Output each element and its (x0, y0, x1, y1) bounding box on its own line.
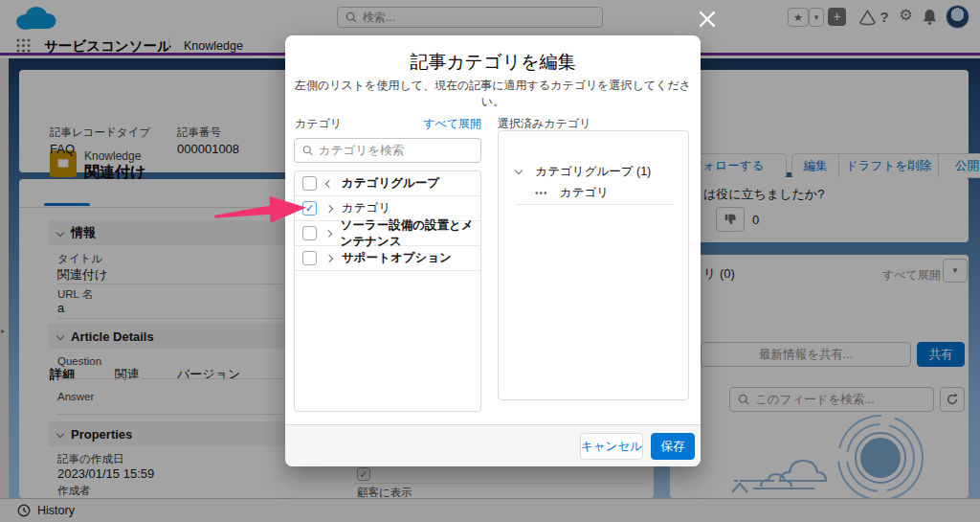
checkbox-unchecked[interactable] (302, 226, 317, 240)
modal-close-button[interactable] (696, 8, 719, 31)
category-row-label: サポートオプション (342, 250, 452, 266)
checkbox-unchecked[interactable] (302, 251, 317, 265)
tree-child-node[interactable]: ••• カテゴリ (535, 183, 609, 201)
expand-all-link[interactable]: すべて展開 (294, 116, 481, 132)
cancel-button[interactable]: キャンセル (580, 433, 643, 460)
chevron-left-icon[interactable] (325, 179, 333, 187)
category-row-solar[interactable]: ソーラー設備の設置とメンテナンス (295, 221, 480, 246)
category-row-group[interactable]: カテゴリグループ (295, 171, 480, 196)
category-search[interactable] (294, 138, 481, 163)
dots-icon: ••• (535, 188, 548, 198)
chevron-right-icon[interactable] (325, 254, 333, 261)
modal-footer: キャンセル 保存 (285, 424, 701, 466)
modal-subtitle: 左側のリストを使用して、現在の記事に適用するカテゴリを選択してください。 (285, 78, 701, 110)
chevron-right-icon[interactable] (325, 204, 333, 212)
category-tree-list: カテゴリグループ ✓ カテゴリ ソーラー設備の設置とメンテナンス サポートオプシ… (294, 170, 481, 412)
chevron-right-icon[interactable] (325, 230, 333, 238)
tree-group-node[interactable]: カテゴリグループ (1) (516, 162, 651, 180)
selected-categories-box: カテゴリグループ (1) ••• カテゴリ (498, 130, 689, 400)
modal-title: 記事カテゴリを編集 (285, 50, 701, 75)
chevron-down-icon[interactable] (515, 167, 523, 174)
category-row-label: カテゴリ (342, 200, 390, 216)
salesforce-console: ★ ▾ + ? ⚙ サービスコンソール Knowledge ▸ (0, 0, 980, 522)
category-search-input[interactable] (319, 144, 473, 157)
category-row-support[interactable]: サポートオプション (295, 246, 480, 271)
edit-article-categories-modal: 記事カテゴリを編集 左側のリストを使用して、現在の記事に適用するカテゴリを選択し… (285, 35, 701, 466)
category-row-label: ソーラー設備の設置とメンテナンス (341, 217, 480, 250)
save-button[interactable]: 保存 (651, 433, 695, 460)
annotation-arrow-icon (213, 189, 308, 228)
search-icon (302, 145, 313, 156)
tree-group-label: カテゴリグループ (1) (535, 165, 651, 178)
tree-divider (516, 204, 673, 205)
tree-child-label: カテゴリ (560, 186, 609, 199)
category-row-label: カテゴリグループ (342, 175, 439, 192)
